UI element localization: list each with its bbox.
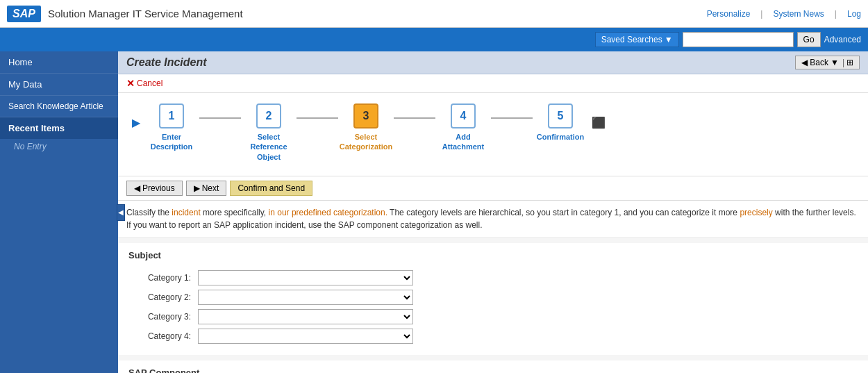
wizard-start-arrow: ▶ (132, 116, 140, 129)
sidebar-recent-items-header: Recent Items (0, 117, 118, 139)
step-circle-5: 5 (548, 103, 573, 129)
next-button[interactable]: ▶ Next (186, 181, 227, 196)
confirm-send-button[interactable]: Confirm and Send (230, 181, 312, 196)
sidebar-item-my-data[interactable]: My Data (0, 74, 118, 96)
go-button[interactable]: Go (797, 32, 821, 47)
main-layout: ◀ Home My Data Search Knowledge Article … (0, 51, 868, 373)
step-label-4: Add Attachment (435, 132, 491, 152)
wizard-step-2[interactable]: 2 Select Reference Object (241, 103, 297, 162)
top-header: SAP Solution Manager IT Service Manageme… (0, 0, 868, 28)
saved-searches-button[interactable]: Saved Searches ▼ (595, 32, 679, 47)
category3-select[interactable] (198, 309, 413, 324)
category3-row: Category 3: (128, 309, 858, 324)
search-input[interactable] (683, 32, 794, 47)
category1-label: Category 1: (128, 273, 198, 283)
step-circle-4: 4 (451, 103, 476, 129)
system-news-link[interactable]: System News (773, 9, 824, 19)
sidebar: ◀ Home My Data Search Knowledge Article … (0, 51, 118, 373)
nav-buttons: ◀ Previous ▶ Next Confirm and Send (118, 176, 868, 201)
sap-component-section-title: SAP Component (128, 367, 858, 373)
category4-label: Category 4: (128, 331, 198, 341)
sap-logo: SAP (7, 6, 41, 22)
step-connector-1 (199, 117, 241, 119)
subject-section-title: Subject (128, 250, 858, 263)
category2-label: Category 2: (128, 292, 198, 302)
sidebar-item-search-knowledge[interactable]: Search Knowledge Article (0, 96, 118, 117)
content-header: Create Incident ◀ Back ▼ | ⊞ (118, 51, 868, 74)
subject-section: Subject Category 1: Category 2: Category… (118, 243, 868, 355)
step-connector-2 (297, 117, 338, 119)
sap-component-section: SAP Component SAP Component: ⊞ (118, 360, 868, 373)
wizard-end-arrow: ⬛ (592, 116, 606, 129)
search-bar: Saved Searches ▼ Go Advanced (0, 28, 868, 51)
step-circle-2: 2 (256, 103, 281, 129)
category1-select[interactable] (198, 270, 413, 285)
wizard-steps: ▶ 1 Enter Description 2 Select Reference… (132, 103, 854, 162)
sidebar-no-entry: No Entry (0, 139, 118, 157)
step-connector-4 (491, 117, 533, 119)
back-button[interactable]: ◀ Back ▼ | ⊞ (795, 56, 860, 69)
step-label-5: Confirmation (537, 132, 584, 142)
toolbar: ✕ Cancel (118, 74, 868, 93)
step-connector-3 (394, 117, 435, 119)
step-label-2: Select Reference Object (241, 132, 297, 162)
category1-row: Category 1: (128, 270, 858, 285)
category4-select[interactable] (198, 329, 413, 344)
sap-logo-text: SAP (12, 8, 35, 20)
step-circle-3: 3 (353, 103, 378, 129)
wizard-step-4[interactable]: 4 Add Attachment (435, 103, 491, 152)
step-label-3: Select Categorization (338, 132, 394, 152)
personalize-link[interactable]: Personalize (707, 9, 751, 19)
wizard-step-5[interactable]: 5 Confirmation (533, 103, 588, 142)
app-title: Solution Manager IT Service Management (48, 8, 707, 19)
category2-select[interactable] (198, 290, 413, 305)
wizard-container: ▶ 1 Enter Description 2 Select Reference… (118, 93, 868, 176)
cancel-link[interactable]: ✕ Cancel (126, 78, 162, 89)
category3-label: Category 3: (128, 312, 198, 322)
page-title: Create Incident (126, 56, 207, 69)
step-label-1: Enter Description (144, 132, 199, 152)
log-link[interactable]: Log (847, 9, 861, 19)
sidebar-toggle[interactable]: ◀ (117, 204, 125, 221)
description-text: Classify the incident more specifically,… (118, 201, 868, 238)
step-circle-1: 1 (159, 103, 184, 129)
previous-button[interactable]: ◀ Previous (126, 181, 183, 196)
advanced-button[interactable]: Advanced (824, 35, 861, 44)
wizard-step-1[interactable]: 1 Enter Description (144, 103, 199, 152)
top-nav: Personalize | System News | Log (707, 9, 861, 19)
category4-row: Category 4: (128, 329, 858, 344)
content-area: Create Incident ◀ Back ▼ | ⊞ ✕ Cancel ▶ (118, 51, 868, 373)
wizard-step-3[interactable]: 3 Select Categorization (338, 103, 394, 152)
category2-row: Category 2: (128, 290, 858, 305)
sidebar-item-home[interactable]: Home (0, 51, 118, 74)
